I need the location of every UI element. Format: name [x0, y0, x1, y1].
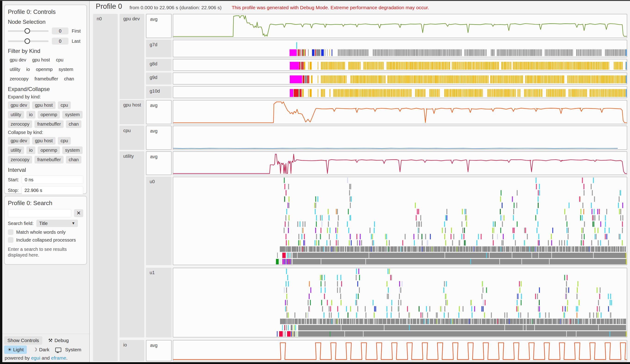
- node-first-slider-knob[interactable]: [24, 28, 30, 34]
- chart-canvas-g10d[interactable]: [173, 87, 627, 98]
- powered-by: powered by egui and eframe.: [5, 355, 68, 361]
- chart-canvas-io[interactable]: [173, 341, 627, 361]
- include-collapsed-checkbox[interactable]: [8, 237, 14, 243]
- chart-u1-u1[interactable]: [173, 268, 627, 338]
- kind-chip-gpu-dev[interactable]: gpu dev: [8, 56, 28, 64]
- kind-chip-framebuffer[interactable]: framebuffer: [34, 120, 64, 128]
- row-label-g10d[interactable]: g10d: [146, 86, 172, 98]
- node-first-value[interactable]: 0: [52, 27, 68, 34]
- kind-chip-utility[interactable]: utility: [8, 66, 22, 73]
- eframe-link[interactable]: eframe: [51, 355, 66, 361]
- kind-chip-cpu[interactable]: cpu: [54, 56, 65, 64]
- show-controls-button[interactable]: Show Controls: [4, 336, 42, 345]
- node-last-value[interactable]: 0: [52, 38, 68, 45]
- sun-icon: ☀: [8, 347, 12, 352]
- search-input[interactable]: [8, 209, 71, 217]
- kind-chip-gpu-dev[interactable]: gpu dev: [8, 101, 30, 109]
- search-clear-button[interactable]: ✕: [74, 209, 83, 217]
- chart-canvas-g9d[interactable]: [173, 73, 627, 84]
- chart-avg-io[interactable]: [173, 340, 627, 361]
- chart-canvas-utility[interactable]: [173, 152, 627, 175]
- timeline-area: Profile 0 from 0.000 to 22.906 s (durati…: [90, 1, 630, 362]
- search-field-dropdown[interactable]: Title ▼: [36, 220, 78, 227]
- profile-range: from 0.000 to 22.906 s (duration: 22.906…: [130, 5, 222, 10]
- theme-system-button[interactable]: System: [55, 347, 81, 353]
- chart-g7d-g7d[interactable]: [173, 40, 627, 57]
- kind-chip-framebuffer[interactable]: framebuffer: [32, 75, 60, 83]
- chart-canvas-gpu_host[interactable]: [173, 100, 627, 124]
- kind-chip-openmp[interactable]: openmp: [38, 111, 60, 119]
- kind-chip-cpu[interactable]: cpu: [58, 101, 71, 109]
- kind-chip-gpu-host[interactable]: gpu host: [30, 56, 52, 64]
- debug-mode-warning: This profile was generated with Debug Mo…: [232, 5, 429, 10]
- chart-canvas-cpu[interactable]: [173, 126, 627, 150]
- search-panel: Profile 0: Search ✕ Search field: Title …: [4, 196, 87, 265]
- chart-u0-u0[interactable]: [173, 177, 627, 265]
- kind-cell-gpu-dev[interactable]: gpu dev: [120, 14, 144, 99]
- chart-avg-utility[interactable]: [173, 151, 627, 175]
- theme-light-button[interactable]: ☀ Light: [4, 346, 27, 354]
- chart-avg-cpu[interactable]: [173, 126, 627, 150]
- node-last-slider-knob[interactable]: [24, 38, 30, 44]
- kind-chip-gpu-dev[interactable]: gpu dev: [8, 137, 30, 145]
- chart-avg-gpu_dev[interactable]: [173, 14, 627, 38]
- interval-start-input[interactable]: 0 ns: [22, 176, 83, 184]
- kind-chip-openmp[interactable]: openmp: [34, 66, 54, 73]
- chart-g10d-g10d[interactable]: [173, 86, 627, 98]
- expand-collapse-heading: Expand/Collapse: [8, 86, 83, 92]
- kind-chip-io[interactable]: io: [26, 147, 36, 154]
- kind-cell-cpu[interactable]: cpu: [120, 126, 144, 150]
- row-label-avg[interactable]: avg: [146, 126, 172, 150]
- egui-link[interactable]: egui: [31, 355, 40, 361]
- row-label-g7d[interactable]: g7d: [146, 40, 172, 57]
- include-collapsed-label: Include collapsed processors: [16, 237, 76, 243]
- search-field-value: Title: [39, 221, 48, 226]
- chart-avg-gpu_host[interactable]: [173, 100, 627, 124]
- chart-canvas-g8d[interactable]: [173, 59, 627, 70]
- kind-chip-gpu-host[interactable]: gpu host: [32, 101, 56, 109]
- kind-cell-io[interactable]: io: [120, 340, 144, 361]
- kind-chip-framebuffer[interactable]: framebuffer: [34, 156, 64, 164]
- kind-cell-utility[interactable]: utility: [120, 151, 144, 338]
- row-label-avg[interactable]: avg: [146, 14, 172, 38]
- kind-chip-utility[interactable]: utility: [8, 111, 24, 119]
- kind-chip-row: utilityioopenmpsystem: [8, 111, 83, 119]
- kind-chip-system[interactable]: system: [57, 66, 75, 73]
- kind-chip-cpu[interactable]: cpu: [58, 137, 71, 145]
- node-first-slider[interactable]: [8, 30, 48, 32]
- kind-chip-openmp[interactable]: openmp: [38, 147, 60, 154]
- kind-chip-zerocopy[interactable]: zerocopy: [8, 156, 32, 164]
- kind-chip-io[interactable]: io: [26, 111, 36, 119]
- row-label-g9d[interactable]: g9d: [146, 72, 172, 85]
- kind-chip-chan[interactable]: chan: [66, 156, 82, 164]
- chart-g8d-g8d[interactable]: [173, 59, 627, 71]
- kind-chip-zerocopy[interactable]: zerocopy: [8, 120, 32, 128]
- node-cell-n0[interactable]: n0: [93, 14, 118, 361]
- chart-canvas-u0[interactable]: [173, 177, 627, 265]
- expand-kind-buttons: gpu devgpu hostcpuutilityioopenmpsystemz…: [8, 101, 83, 128]
- kind-chip-zerocopy[interactable]: zerocopy: [8, 75, 30, 83]
- row-label-u0[interactable]: u0: [146, 177, 172, 265]
- row-label-u1[interactable]: u1: [146, 268, 172, 338]
- kind-chip-system[interactable]: system: [62, 111, 82, 119]
- match-whole-words-checkbox[interactable]: [8, 229, 14, 235]
- node-last-slider[interactable]: [8, 40, 48, 42]
- kind-chip-chan[interactable]: chan: [66, 120, 82, 128]
- interval-stop-input[interactable]: 22.906 s: [22, 186, 83, 194]
- kind-chip-utility[interactable]: utility: [8, 147, 24, 154]
- row-label-avg[interactable]: avg: [146, 100, 172, 124]
- kind-chip-chan[interactable]: chan: [62, 75, 76, 83]
- kind-cell-gpu-host[interactable]: gpu host: [120, 100, 144, 124]
- debug-button[interactable]: ⚒ Debug: [48, 338, 69, 343]
- row-label-avg[interactable]: avg: [146, 151, 172, 175]
- chart-canvas-g7d[interactable]: [173, 40, 627, 57]
- row-label-avg[interactable]: avg: [146, 340, 172, 361]
- theme-dark-button[interactable]: ☽ Dark: [33, 347, 49, 353]
- kind-chip-io[interactable]: io: [24, 66, 32, 73]
- chart-g9d-g9d[interactable]: [173, 72, 627, 85]
- chart-canvas-u1[interactable]: [173, 268, 627, 337]
- row-label-g8d[interactable]: g8d: [146, 59, 172, 71]
- chart-canvas-gpu_dev[interactable]: [173, 14, 627, 38]
- kind-chip-system[interactable]: system: [62, 147, 82, 154]
- kind-chip-gpu-host[interactable]: gpu host: [32, 137, 56, 145]
